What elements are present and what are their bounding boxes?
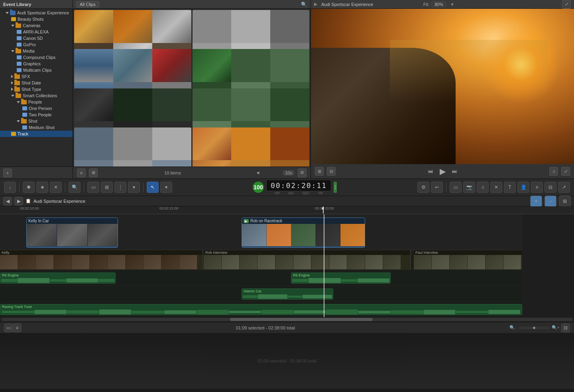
tool-theme[interactable]: ≡ <box>531 182 543 193</box>
tree-item-shot-type[interactable]: Shot Type <box>0 86 73 92</box>
browser-view-btn[interactable]: ≡ <box>77 169 86 177</box>
tree-item-graphics[interactable]: Graphics <box>0 61 73 67</box>
fullscreen-btn[interactable]: ⤢ <box>562 0 571 9</box>
timeline-list-view-btn[interactable]: ≡ <box>13 323 22 332</box>
tool-keyword[interactable]: ✱ <box>23 182 35 193</box>
tool-select[interactable]: ↖ <box>147 182 159 193</box>
preview-mode-btn[interactable]: ⊟ <box>327 167 336 176</box>
rob-interview-clip[interactable]: Rob Interview <box>204 250 411 270</box>
tree-item-people[interactable]: People <box>0 99 73 105</box>
timeline-back-btn[interactable]: ◀ <box>3 197 12 206</box>
paul-interview-clip[interactable]: Paul Interview <box>414 250 522 270</box>
kelly-interview-clip[interactable]: Kelly <box>0 250 203 270</box>
fit-dropdown-btn[interactable]: ▼ <box>450 2 454 7</box>
timeline-scrollbar[interactable] <box>0 317 574 322</box>
clip-thumb-8[interactable] <box>193 127 310 167</box>
tool-delete[interactable]: ✕ <box>490 182 502 193</box>
tool-clip[interactable]: ▭ <box>87 182 99 193</box>
timeline-fwd-btn[interactable]: ▶ <box>14 197 23 206</box>
zoom-in-icon[interactable]: 🔍+ <box>552 325 560 330</box>
triangle-icon[interactable] <box>11 75 13 78</box>
preview-settings-btn[interactable]: ⊞ <box>315 167 324 176</box>
clip-interior-car[interactable]: Interior Car <box>242 288 333 300</box>
tool-reject[interactable]: ✕ <box>50 182 62 193</box>
clip-r8-engine-2[interactable]: R8 Engine <box>291 272 391 284</box>
tree-item-one-person[interactable]: One Person <box>0 105 73 112</box>
folder-icon <box>14 87 20 92</box>
triangle-icon[interactable] <box>17 120 20 122</box>
zoom-out-icon[interactable]: 🔍- <box>509 325 517 330</box>
tree-item-medium-shot[interactable]: Medium Shot <box>0 124 73 131</box>
fit-value[interactable]: 80% <box>432 2 446 7</box>
tool-connect[interactable]: ⋮ <box>114 182 126 193</box>
scrollbar-track[interactable] <box>2 318 572 321</box>
tool-share[interactable]: ↗ <box>558 182 570 193</box>
tree-item-two-people[interactable]: Two People <box>0 112 73 118</box>
clip-thumb-7[interactable] <box>74 127 191 167</box>
triangle-icon[interactable] <box>6 12 9 14</box>
triangle-icon[interactable] <box>11 95 14 97</box>
tree-item-cameras[interactable]: Cameras <box>0 22 73 29</box>
triangle-icon[interactable] <box>11 50 14 52</box>
triangle-icon[interactable] <box>11 25 14 27</box>
timeline-options-btn[interactable]: ⊟ <box>561 323 570 332</box>
add-button[interactable]: + <box>3 169 12 177</box>
tree-item-sfx[interactable]: SFX <box>0 73 73 80</box>
clip-kelly-in-car[interactable]: Kelly In Car <box>26 218 118 248</box>
tree-item-audi-root[interactable]: Audi Sportscar Experience <box>0 10 73 16</box>
triangle-icon[interactable] <box>11 81 13 84</box>
tool-dropdown[interactable]: ▾ <box>128 182 140 193</box>
tree-item-compound[interactable]: Compound Clips <box>0 54 73 61</box>
tool-undo[interactable]: ↩ <box>431 182 443 193</box>
tool-generators[interactable]: 👤 <box>517 182 529 193</box>
search-icon[interactable]: 🔍 <box>300 1 307 8</box>
kelly-interview-label: Kelly <box>0 250 202 255</box>
tool-transition[interactable]: ⊟ <box>545 182 556 193</box>
tree-item-media[interactable]: Media <box>0 48 73 54</box>
browser-dropdown[interactable]: All Clips <box>76 1 99 8</box>
tool-favorite[interactable]: ★ <box>36 182 48 193</box>
reflection-text: 01:09 selected - 02:38:00 total <box>258 359 316 363</box>
audio-meter <box>334 182 337 193</box>
triangle-icon[interactable] <box>11 88 13 91</box>
play-pause-btn[interactable]: ▶ <box>440 167 446 176</box>
browser-filter-btn[interactable]: ⊞ <box>89 169 98 177</box>
timeline-zoom-slider[interactable] <box>518 327 550 329</box>
timeline-zoom-fit[interactable]: ⊞ <box>559 196 571 207</box>
go-to-end-btn[interactable]: ⏭ <box>452 168 458 174</box>
zoom-slider[interactable] <box>248 172 279 174</box>
clip-racing-tune[interactable]: Racing Track Tune <box>0 304 522 315</box>
filter-btn[interactable]: ⚙ <box>298 169 307 177</box>
tool-audio[interactable]: ♫ <box>477 182 489 193</box>
tool-import[interactable]: ↓ <box>4 182 16 193</box>
timeline-clip-view-btn[interactable]: ▭ <box>4 323 13 332</box>
tree-item-track[interactable]: Track <box>0 131 73 137</box>
tool-search[interactable]: 🔍 <box>69 182 81 193</box>
fullscreen-preview-btn[interactable]: ⤢ <box>561 167 570 176</box>
tree-item-smart-collections[interactable]: Smart Collections <box>0 92 73 99</box>
tool-compound[interactable]: ⊞ <box>101 182 113 193</box>
tree-item-arri[interactable]: ARRI ALEXA <box>0 29 73 35</box>
tool-clip-appearance[interactable]: ▭ <box>450 182 462 193</box>
scrollbar-thumb[interactable] <box>230 318 373 321</box>
tool-snapshot[interactable]: 📷 <box>463 182 475 193</box>
audio-btn[interactable]: ♫ <box>549 167 558 176</box>
tree-item-beauty-shots[interactable]: Beauty Shots <box>0 16 73 22</box>
tree-item-shot-date[interactable]: Shot Date <box>0 80 73 86</box>
timeline-insert-btn[interactable]: → <box>545 196 556 207</box>
tree-item-canon[interactable]: Canon 5D <box>0 35 73 41</box>
tool-title[interactable]: T <box>504 182 516 193</box>
clip-r8-engine-1[interactable]: R8 Engine <box>0 272 116 284</box>
clip-rob-racetrack[interactable]: ▶Rob on Racetrack <box>242 218 365 248</box>
timeline-append-btn[interactable]: + <box>530 196 542 207</box>
record-level-indicator[interactable]: 100 <box>253 182 264 193</box>
tree-item-multicam[interactable]: Multicam Clips <box>0 67 73 73</box>
tool-select-dropdown[interactable]: ▾ <box>160 182 172 193</box>
tree-item-shot[interactable]: Shot <box>0 118 73 124</box>
browser-header: All Clips 🔍 <box>73 0 311 9</box>
tree-item-gopro[interactable]: GoPro <box>0 41 73 48</box>
timeline-content[interactable]: Kelly In Car ▶Rob on Racetrack <box>0 214 574 317</box>
triangle-icon[interactable] <box>17 101 20 103</box>
go-to-start-btn[interactable]: ⏮ <box>428 168 433 174</box>
tool-transform[interactable]: ⚙ <box>417 182 429 193</box>
